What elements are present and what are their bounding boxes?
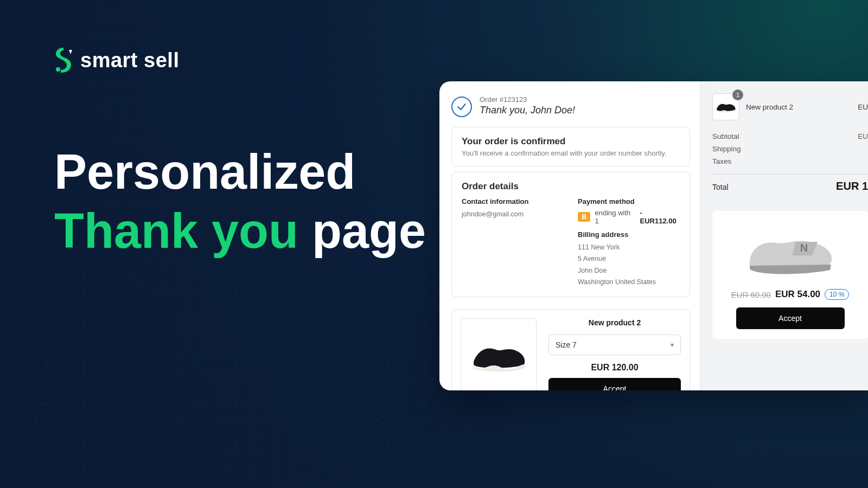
headline-accent: Thank you bbox=[54, 204, 298, 258]
order-number: Order #123123 bbox=[480, 95, 575, 104]
order-confirmed-card: Your order is confirmed You'll receive a… bbox=[451, 127, 690, 166]
size-select-value: Size 7 bbox=[556, 341, 577, 349]
taxes-label: Taxes bbox=[712, 157, 731, 165]
payment-method-label: Payment method bbox=[578, 197, 680, 206]
promo-card: N EUR 60.00 EUR 54.00 10 % Accept bbox=[712, 211, 868, 339]
promo-discount-badge: 10 % bbox=[825, 289, 849, 300]
billing-line-2: 5 Avenue bbox=[578, 253, 680, 265]
upsell-price: EUR 120.00 bbox=[548, 363, 681, 373]
subtotal-value: EU bbox=[858, 132, 868, 140]
svg-marker-0 bbox=[69, 50, 72, 54]
line-item-name: New product 2 bbox=[746, 103, 851, 111]
billing-address-label: Billing address bbox=[578, 230, 680, 239]
total-label: Total bbox=[712, 183, 729, 191]
success-check-icon bbox=[451, 97, 472, 117]
payment-ending: ending with 1 bbox=[595, 209, 635, 225]
billing-line-1: 111 New York bbox=[578, 242, 680, 253]
order-confirmed-title: Your order is confirmed bbox=[462, 136, 680, 147]
svg-point-1 bbox=[56, 67, 60, 72]
brand-logo: smart sell bbox=[54, 48, 179, 73]
contact-info-label: Contact information bbox=[462, 197, 564, 206]
upsell-card: New product 2 Size 7 ▾ EUR 120.00 Accept bbox=[451, 309, 690, 390]
upsell-accept-button[interactable]: Accept bbox=[548, 378, 681, 390]
subtotal-label: Subtotal bbox=[712, 132, 739, 140]
brand-mark-icon bbox=[54, 48, 73, 73]
promo-new-price: EUR 54.00 bbox=[775, 289, 820, 300]
brand-name: smart sell bbox=[80, 49, 179, 72]
contact-email: johndoe@gmail.com bbox=[462, 209, 564, 220]
line-item-thumb: 1 bbox=[712, 93, 739, 120]
billing-line-3: John Doe bbox=[578, 265, 680, 277]
payment-amount: - EUR112.00 bbox=[640, 209, 680, 225]
order-details-title: Order details bbox=[462, 181, 680, 192]
line-item-qty-badge: 1 bbox=[732, 89, 743, 100]
line-item-price: EU bbox=[858, 103, 868, 111]
upsell-product-name: New product 2 bbox=[548, 318, 681, 327]
summary-line-item: 1 New product 2 EU bbox=[712, 93, 868, 120]
promo-old-price: EUR 60.00 bbox=[731, 290, 771, 299]
promo-product-image: N bbox=[742, 219, 839, 284]
total-value: EUR 1 bbox=[836, 180, 868, 192]
headline-rest: page bbox=[298, 204, 426, 258]
billing-line-4: Washington United States bbox=[578, 277, 680, 288]
upsell-product-image bbox=[461, 318, 537, 390]
headline-line-1: Personalized bbox=[54, 146, 426, 198]
payment-card-icon: B bbox=[578, 212, 590, 222]
hero-headline: Personalized Thank you page bbox=[54, 146, 426, 256]
shipping-label: Shipping bbox=[712, 145, 741, 153]
chevron-down-icon: ▾ bbox=[671, 341, 674, 349]
promo-accept-button[interactable]: Accept bbox=[736, 307, 845, 329]
svg-text:N: N bbox=[800, 242, 807, 254]
order-details-card: Order details Contact information johndo… bbox=[451, 172, 690, 297]
thank-you-mock: Order #123123 Thank you, John Doe! Your … bbox=[439, 81, 868, 390]
order-confirmed-subtitle: You'll receive a confirmation email with… bbox=[462, 149, 680, 157]
size-select[interactable]: Size 7 ▾ bbox=[548, 335, 681, 355]
thank-you-text: Thank you, John Doe! bbox=[480, 105, 575, 116]
